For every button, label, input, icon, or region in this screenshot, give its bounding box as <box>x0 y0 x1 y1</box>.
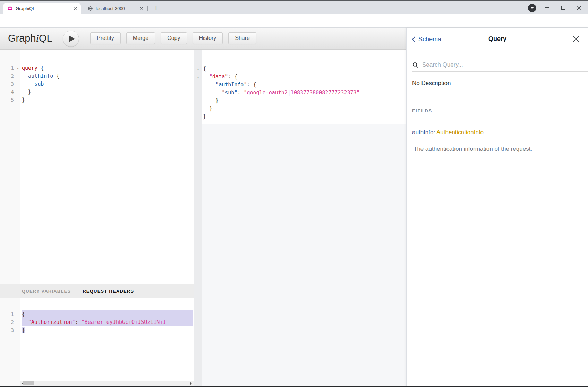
merge-button[interactable]: Merge <box>126 32 155 44</box>
code-line: "Authorization": "Bearer eyJhbGciOiJSUzI… <box>22 318 194 326</box>
gutter-line: 5 <box>0 96 20 104</box>
tab-close-icon[interactable] <box>140 7 143 10</box>
field-description: The authentication information of the re… <box>414 146 532 153</box>
graphiql-logo-icon <box>7 6 13 11</box>
gutter-line: 1▾ <box>0 64 20 72</box>
tab-divider <box>147 6 148 11</box>
doc-title: Query <box>407 35 588 43</box>
scrollbar-thumb[interactable] <box>23 381 34 385</box>
code-line: sub <box>22 80 194 88</box>
gutter-line: 2 <box>0 72 20 80</box>
window-frame-bottom <box>0 386 588 387</box>
tab-query-variables[interactable]: QUERY VARIABLES <box>22 289 71 294</box>
tab-request-headers[interactable]: REQUEST HEADERS <box>83 289 134 294</box>
code-line: } <box>203 113 406 121</box>
footer-tab-bar: QUERY VARIABLES REQUEST HEADERS <box>0 284 194 298</box>
browser-window: GraphiQL localhost:3000 + <box>0 0 588 387</box>
headers-editor-gutter: 123 <box>0 298 20 386</box>
code-line: authInfo { <box>22 72 194 80</box>
execute-query-button[interactable] <box>63 31 79 47</box>
tab-localhost[interactable]: localhost:3000 <box>84 3 147 14</box>
code-line: } <box>203 105 406 113</box>
gutter-line: ▾ <box>194 65 202 73</box>
result-pane: ▾▾ { "data": { "authInfo": { "sub": "goo… <box>194 50 406 386</box>
query-editor[interactable]: 1▾2345 query { authInfo { sub }} <box>0 50 194 284</box>
field-type-link[interactable]: AuthenticationInfo <box>436 129 484 136</box>
horizontal-scrollbar[interactable] <box>20 381 194 386</box>
doc-explorer-header: Schema Query <box>407 28 588 52</box>
tab-title: localhost:3000 <box>96 6 136 11</box>
gutter-line: 2 <box>0 318 20 326</box>
gutter-line <box>194 105 202 113</box>
gutter-line <box>194 89 202 97</box>
toolbar-buttons: Prettify Merge Copy History Share <box>90 32 256 44</box>
browser-navbar: localhost:3000 P Tp L Aktuali <box>0 14 588 28</box>
window-close-button[interactable] <box>573 3 585 12</box>
gutter-line: 4 <box>0 88 20 96</box>
gutter-line <box>194 81 202 89</box>
copy-button[interactable]: Copy <box>161 32 187 44</box>
code-line: } <box>22 96 194 104</box>
code-line: "sub": "google-oauth2|108377380082777232… <box>203 89 406 97</box>
code-line: "authInfo": { <box>203 81 406 89</box>
history-button[interactable]: History <box>193 32 223 44</box>
result-viewer-gutter: ▾▾ <box>194 50 202 386</box>
no-description-text: No Description <box>412 80 451 87</box>
window-minimize-button[interactable] <box>542 3 553 12</box>
tab-title: GraphiQL <box>16 6 70 11</box>
browser-update-badge-icon[interactable] <box>528 4 536 12</box>
search-input[interactable] <box>422 61 561 68</box>
doc-search-row <box>412 58 588 72</box>
prettify-button[interactable]: Prettify <box>90 32 121 44</box>
code-line: } <box>22 326 194 334</box>
gutter-line <box>194 113 202 121</box>
search-icon <box>412 62 419 68</box>
fields-heading: FIELDS <box>412 108 588 119</box>
field-row-authinfo: authInfo: AuthenticationInfo <box>412 129 484 136</box>
doc-close-icon[interactable] <box>573 36 579 44</box>
gutter-line <box>194 97 202 105</box>
gutter-line: ▾ <box>194 73 202 81</box>
code-line: } <box>203 97 406 105</box>
globe-icon <box>88 6 93 11</box>
fold-arrow-icon[interactable]: ▾ <box>197 75 199 79</box>
tab-graphiql[interactable]: GraphiQL <box>3 3 81 14</box>
code-line: } <box>22 88 194 96</box>
new-tab-button[interactable]: + <box>152 4 161 13</box>
gutter-line: 3 <box>0 80 20 88</box>
request-headers-editor[interactable]: 123 { "Authorization": "Bearer eyJhbGciO… <box>0 298 194 386</box>
window-maximize-button[interactable] <box>557 3 569 12</box>
result-viewer[interactable]: ▾▾ { "data": { "authInfo": { "sub": "goo… <box>194 50 406 386</box>
graphiql-logo: GraphiQL <box>8 32 52 44</box>
field-name-link[interactable]: authInfo <box>412 129 433 136</box>
gutter-line: 3 <box>0 326 20 334</box>
gutter-line: 1 <box>0 310 20 318</box>
query-editor-gutter: 1▾2345 <box>0 50 20 284</box>
doc-explorer-panel: Schema Query No Description FIELDS authI… <box>406 28 588 386</box>
code-line: { <box>22 310 194 318</box>
code-line: { <box>203 65 406 73</box>
fold-arrow-icon[interactable]: ▾ <box>17 64 19 72</box>
fold-arrow-icon[interactable]: ▾ <box>197 67 199 71</box>
code-line: "data": { <box>203 73 406 81</box>
share-button[interactable]: Share <box>228 32 256 44</box>
graphiql-toolbar: GraphiQL Prettify Merge Copy History Sha… <box>0 28 406 50</box>
tab-strip: GraphiQL localhost:3000 + <box>0 1 588 14</box>
scroll-right-arrow-icon[interactable] <box>188 381 194 386</box>
play-icon <box>69 36 75 42</box>
code-line: query { <box>22 64 194 72</box>
tab-close-icon[interactable] <box>74 7 77 10</box>
